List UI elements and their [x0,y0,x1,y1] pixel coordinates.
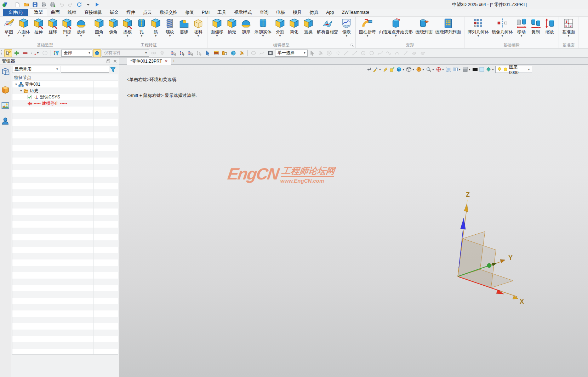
menu-tab-visual-style[interactable]: 视觉样式 [230,9,256,16]
wireframe-mode-icon[interactable]: ▼ [406,66,415,73]
ribbon-button-inlay[interactable]: 镶嵌▼ [339,17,354,39]
ribbon-button-move[interactable]: 移动▼ [514,17,529,39]
ribbon-button-sweep[interactable]: 扫掠▼ [60,17,74,39]
tree-node[interactable]: ----- 建模停止 ----- [12,100,118,107]
select-cursor-icon[interactable] [4,49,12,57]
web-browser-icon[interactable] [229,49,237,57]
ribbon-button-shell[interactable]: 抽壳 [225,17,239,39]
ribbon-button-fillet[interactable]: 圆角▼ [92,17,106,39]
ribbon-button-rib[interactable]: 筋▼ [149,17,163,39]
xz-plane[interactable] [458,239,496,288]
ribbon-button-stock[interactable]: 坯料▼ [191,17,205,39]
ribbon-button-resolve-self-intersect[interactable]: 解析自相交 [315,17,339,39]
menu-tab-zwteammate[interactable]: ZWTeammate [338,9,373,16]
ribbon-button-box[interactable]: 六面体▼ [16,17,32,39]
menu-tab-surface[interactable]: 曲面 [47,9,64,16]
ribbon-button-thicken[interactable]: 加厚 [239,17,253,39]
chevron-down-icon[interactable]: ▼ [19,89,23,92]
ribbon-button-wrap-pattern-to-face[interactable]: 缠绕阵列到面 [434,17,462,39]
ribbon-button-divide[interactable]: 分割▼ [273,17,287,39]
part-filter-icon[interactable] [93,49,101,57]
manager-close-icon[interactable] [113,59,118,64]
menu-tab-point-cloud[interactable]: 点云 [139,9,156,16]
background-icon[interactable]: ▼ [462,66,472,73]
ribbon-button-thread[interactable]: 螺纹▼ [163,17,177,39]
manager-restore-icon[interactable] [106,59,111,64]
ribbon-button-simplify[interactable]: 简化 [287,17,301,39]
menu-tab-app[interactable]: App [322,9,338,16]
app-logo-icon[interactable] [1,1,9,8]
chevron-down-icon[interactable]: ▼ [14,83,18,86]
toolbar-grip[interactable] [1,50,2,56]
shaded-mode-icon[interactable]: ▼ [396,66,405,73]
rotate-view-icon[interactable]: ▼ [435,66,445,73]
pick-chain-icon[interactable] [187,49,195,57]
document-tab[interactable]: *零件001.Z3PRT ✕ [127,58,171,65]
ribbon-button-pattern-geometry[interactable]: 阵列几何体▼ [466,17,490,39]
ribbon-button-loft[interactable]: 放样▼ [74,17,88,39]
menu-tab-wireframe[interactable]: 线框 [64,9,80,16]
menu-tab-direct-edit[interactable]: 直接编辑 [80,9,106,16]
qat-customize-icon[interactable] [84,1,92,8]
render-style-icon[interactable]: ▼ [485,66,495,73]
menu-tab-mold[interactable]: 模具 [289,9,306,16]
layer-widget[interactable]: 图层0000 ▼ [495,66,532,73]
menu-tab-electrode[interactable]: 电极 [272,9,289,16]
ribbon-button-deform-from-point[interactable]: 由指定点开始变形▼ [377,17,414,39]
ribbon-button-copy[interactable]: 复制 [529,17,543,39]
menu-tab-sheet-metal[interactable]: 钣金 [106,9,122,16]
ribbon-button-add-solid[interactable]: 添加实体▼ [253,17,273,39]
menu-tab-pmi[interactable]: PMI [198,9,213,16]
black-swatch-icon[interactable] [472,66,478,73]
menu-tab-file[interactable]: 文件(F) [3,9,28,16]
swatch-icon[interactable] [267,49,274,57]
lasso-select-icon[interactable] [41,49,49,57]
manager-search-input[interactable] [61,66,109,73]
history-rail-icon[interactable] [1,86,10,95]
menu-tab-data-exchange[interactable]: 数据交换 [156,9,181,16]
new-file-icon[interactable] [13,1,21,8]
entity-filter-combo[interactable]: 全部▼ [61,50,92,57]
view-rail-icon[interactable] [1,101,10,110]
menu-tab-repair[interactable]: 修复 [181,9,198,16]
ribbon-button-scale[interactable]: 缩放 [543,17,557,39]
appearance-icon[interactable]: ▼ [372,66,382,73]
csys-triad[interactable]: Z Y X [418,173,538,308]
window-select-icon[interactable]: ▼ [30,49,40,57]
view-orientation-icon[interactable]: ▼ [416,66,425,73]
add-to-selection-icon[interactable] [13,49,21,57]
viewport[interactable]: <单击右键>环境相关选项. <Shift + 鼠标右键> 显示选择过滤器. ▼▼… [119,65,588,377]
split-view-icon[interactable]: ▼ [452,66,462,73]
menu-tab-simulation[interactable]: 仿真 [306,9,322,16]
exit-view-icon[interactable] [366,66,372,73]
checkbox-icon[interactable] [27,95,32,99]
print-preview-icon[interactable] [49,1,57,8]
pick-cursor-icon[interactable] [204,49,212,57]
settings-icon[interactable] [238,49,246,57]
align-plane-icon[interactable] [389,66,395,73]
menu-tab-inquire[interactable]: 查询 [256,9,272,16]
ribbon-button-extrude[interactable]: 拉伸 [32,17,46,39]
ribbon-button-lip[interactable]: 唇缘 [177,17,191,39]
filter-icon[interactable] [53,49,61,57]
regen-icon[interactable] [75,1,83,8]
zoom-window-icon[interactable] [445,66,452,73]
ribbon-button-chamfer[interactable]: 倒角 [106,17,120,39]
blue-swatch-icon[interactable] [479,66,485,73]
new-tab-button[interactable]: + [172,58,175,64]
menu-tab-weldment[interactable]: 焊件 [122,9,139,16]
print-icon[interactable] [40,1,48,8]
assistant-rail-icon[interactable] [1,117,10,126]
manager-filter-icon[interactable] [110,66,116,73]
display-filter-combo[interactable]: 显示常用▼ [12,66,60,73]
close-tab-icon[interactable]: ✕ [165,59,168,64]
ribbon-button-sketch[interactable]: 草图▼ [2,17,16,39]
ribbon-button-revolve[interactable]: 旋转 [46,17,60,39]
tree-node[interactable]: ▼零件001 [12,81,118,87]
ribbon-button-datum-plane[interactable]: 312基准面▼ [561,17,576,39]
quick-start-icon[interactable] [93,1,101,8]
menu-tab-tools[interactable]: 工具 [213,9,230,16]
open-file-icon[interactable] [22,1,30,8]
dialog-launcher-icon[interactable] [350,43,354,47]
tree-node[interactable]: 默认CSYS [12,94,118,100]
